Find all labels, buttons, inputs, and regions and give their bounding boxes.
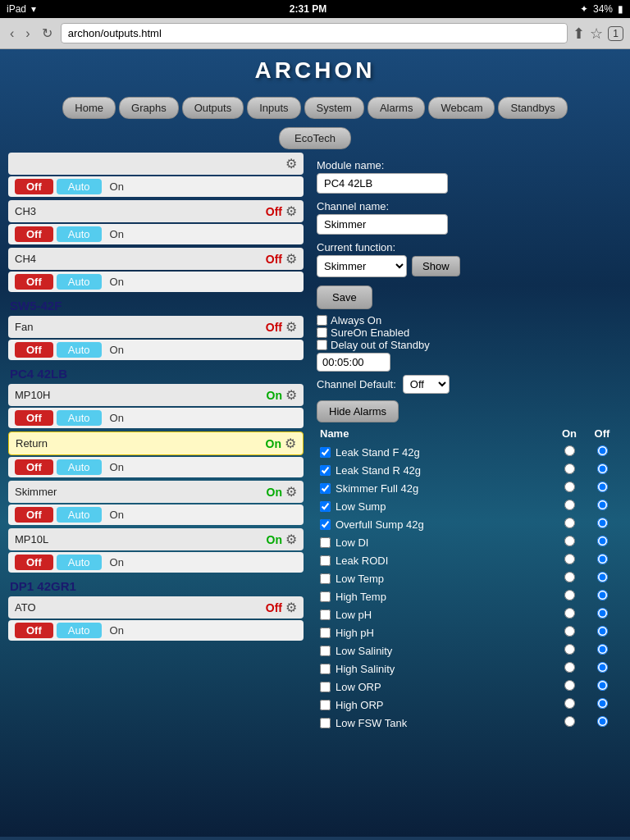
nav-webcam[interactable]: Webcam (428, 97, 495, 119)
gear-icon-ch3[interactable]: ⚙ (285, 203, 297, 219)
alarm-radio-off[interactable] (597, 626, 608, 637)
alarm-radio-on[interactable] (564, 626, 575, 637)
ctrl-on-ch3[interactable]: On (105, 226, 129, 242)
alarm-radio-off[interactable] (597, 716, 608, 727)
ctrl-auto-ato[interactable]: Auto (57, 623, 102, 638)
gear-icon-skimmer[interactable]: ⚙ (285, 484, 297, 500)
alarm-radio-off[interactable] (597, 482, 608, 492)
nav-ecotech[interactable]: EcoTech (279, 127, 351, 149)
alarm-radio-off[interactable] (597, 518, 608, 528)
alarm-radio-on[interactable] (564, 518, 575, 528)
always-on-checkbox[interactable] (317, 315, 327, 326)
delay-value-input[interactable] (317, 353, 390, 372)
alarm-radio-on[interactable] (564, 572, 575, 582)
function-select[interactable]: Skimmer Return Always On MP10H MP10L (317, 255, 407, 277)
nav-inputs[interactable]: Inputs (247, 97, 300, 119)
nav-home[interactable]: Home (62, 97, 116, 119)
ctrl-off-skimmer[interactable]: Off (15, 507, 53, 523)
ctrl-auto-top1[interactable]: Auto (57, 179, 102, 194)
reload-button[interactable]: ↻ (39, 24, 56, 43)
alarm-checkbox[interactable] (320, 664, 331, 674)
alarm-radio-on[interactable] (564, 463, 575, 474)
gear-icon-return[interactable]: ⚙ (285, 436, 296, 451)
ctrl-on-mp10h[interactable]: On (105, 410, 129, 426)
alarm-checkbox[interactable] (320, 519, 331, 530)
channel-name-input[interactable] (317, 214, 448, 235)
ctrl-off-fan[interactable]: Off (15, 342, 53, 358)
ctrl-on-ato[interactable]: On (105, 623, 129, 638)
gear-icon-fan[interactable]: ⚙ (285, 319, 297, 335)
back-button[interactable]: ‹ (7, 25, 17, 43)
ctrl-auto-fan[interactable]: Auto (57, 342, 102, 358)
alarm-radio-on[interactable] (564, 482, 575, 492)
ctrl-off-ato[interactable]: Off (15, 623, 53, 638)
ctrl-on-skimmer[interactable]: On (105, 507, 129, 523)
gear-icon-ato[interactable]: ⚙ (285, 600, 297, 615)
alarm-checkbox[interactable] (320, 646, 331, 656)
alarm-radio-on[interactable] (564, 716, 575, 727)
ctrl-on-fan[interactable]: On (105, 342, 129, 358)
gear-icon-mp10l[interactable]: ⚙ (285, 532, 297, 547)
ctrl-off-mp10l[interactable]: Off (15, 555, 53, 570)
ctrl-on-return[interactable]: On (105, 459, 129, 475)
bookmark-button[interactable]: ☆ (590, 25, 603, 43)
alarm-radio-off[interactable] (597, 445, 608, 456)
alarm-radio-off[interactable] (597, 662, 608, 673)
alarm-radio-on[interactable] (564, 644, 575, 655)
gear-icon-top1[interactable]: ⚙ (285, 156, 297, 171)
alarm-radio-on[interactable] (564, 698, 575, 709)
alarm-radio-off[interactable] (597, 572, 608, 582)
save-button[interactable]: Save (317, 285, 372, 309)
alarm-checkbox[interactable] (320, 700, 331, 710)
nav-graphs[interactable]: Graphs (119, 97, 179, 119)
ctrl-on-ch4[interactable]: On (105, 274, 129, 290)
alarm-checkbox[interactable] (320, 609, 331, 620)
alarm-radio-off[interactable] (597, 608, 608, 619)
ctrl-auto-skimmer[interactable]: Auto (57, 507, 102, 523)
nav-alarms[interactable]: Alarms (368, 97, 425, 119)
alarm-checkbox[interactable] (320, 573, 331, 584)
alarm-radio-off[interactable] (597, 463, 608, 474)
ctrl-off-mp10h[interactable]: Off (15, 410, 53, 426)
alarm-radio-off[interactable] (597, 500, 608, 510)
delay-standby-checkbox[interactable] (317, 340, 327, 350)
alarm-checkbox[interactable] (320, 718, 331, 728)
ctrl-auto-return[interactable]: Auto (57, 459, 102, 475)
url-bar[interactable] (61, 23, 568, 43)
alarm-radio-on[interactable] (564, 536, 575, 546)
alarm-radio-off[interactable] (597, 554, 608, 564)
nav-standbys[interactable]: Standbys (498, 97, 567, 119)
alarm-radio-off[interactable] (597, 698, 608, 709)
nav-outputs[interactable]: Outputs (182, 97, 244, 119)
forward-button[interactable]: › (22, 25, 33, 43)
alarm-radio-off[interactable] (597, 590, 608, 600)
alarm-checkbox[interactable] (320, 682, 331, 692)
gear-icon-mp10h[interactable]: ⚙ (285, 387, 297, 403)
alarm-checkbox[interactable] (320, 447, 331, 458)
alarm-radio-on[interactable] (564, 662, 575, 673)
alarm-radio-on[interactable] (564, 554, 575, 564)
sure-on-checkbox[interactable] (317, 327, 327, 338)
alarm-checkbox[interactable] (320, 555, 331, 566)
alarm-radio-off[interactable] (597, 536, 608, 546)
alarm-radio-on[interactable] (564, 608, 575, 619)
alarm-radio-on[interactable] (564, 590, 575, 600)
ctrl-auto-ch4[interactable]: Auto (57, 274, 102, 290)
alarm-radio-on[interactable] (564, 680, 575, 691)
ctrl-off-ch4[interactable]: Off (15, 274, 53, 290)
hide-alarms-button[interactable]: Hide Alarms (317, 400, 399, 422)
nav-system[interactable]: System (304, 97, 364, 119)
show-button[interactable]: Show (412, 256, 460, 276)
alarm-checkbox[interactable] (320, 483, 331, 494)
alarm-checkbox[interactable] (320, 465, 331, 476)
channel-default-select[interactable]: Off On Auto (403, 375, 450, 394)
alarm-radio-on[interactable] (564, 445, 575, 456)
alarm-checkbox[interactable] (320, 537, 331, 548)
gear-icon-ch4[interactable]: ⚙ (285, 251, 297, 267)
alarm-checkbox[interactable] (320, 628, 331, 638)
share-button[interactable]: ⬆ (573, 25, 585, 43)
alarm-radio-off[interactable] (597, 644, 608, 655)
ctrl-on-mp10l[interactable]: On (105, 555, 129, 570)
module-name-input[interactable] (317, 173, 448, 194)
ctrl-off-top1[interactable]: Off (15, 179, 53, 194)
